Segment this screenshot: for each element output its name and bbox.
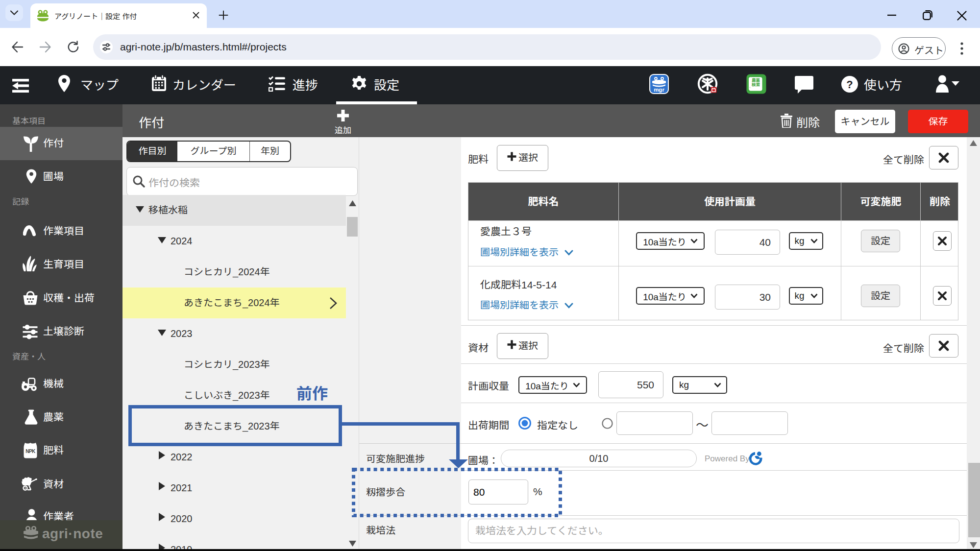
svg-text:検索: 検索 <box>751 81 760 87</box>
svg-text:?: ? <box>846 78 853 91</box>
svg-text:mgr: mgr <box>654 87 664 93</box>
svg-text:NPK: NPK <box>25 449 36 454</box>
